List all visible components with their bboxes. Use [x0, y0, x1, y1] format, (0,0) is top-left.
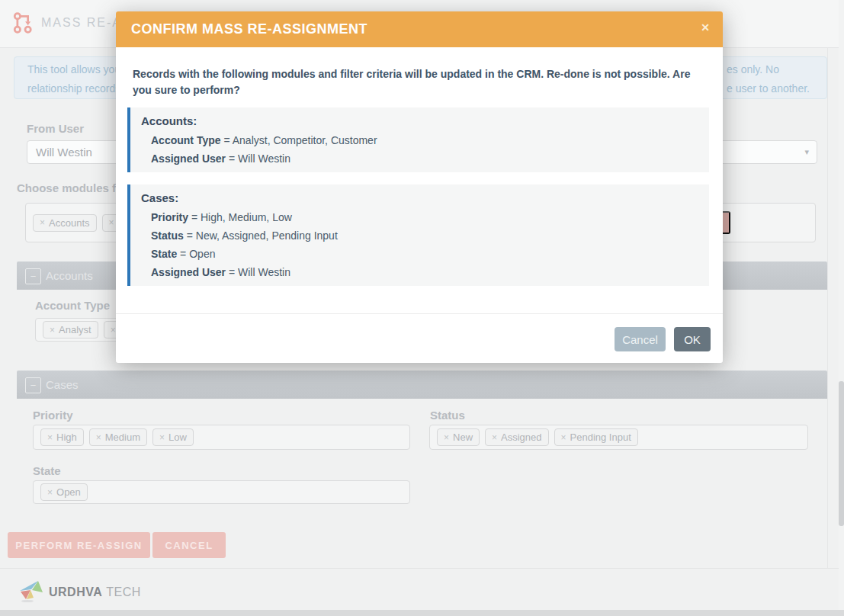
urdhva-tech-logo-icon — [18, 579, 44, 607]
modal-cancel-button[interactable]: Cancel — [615, 327, 666, 351]
brand-name: URDHVA TECH — [49, 586, 141, 599]
remove-tag-icon[interactable]: × — [50, 326, 55, 335]
row-value: Will Westin — [238, 266, 290, 278]
filter-row: Account Type = Analyst, Competitor, Cust… — [151, 131, 698, 149]
mass-reassign-page: MASS RE-ASSIGN This tool allows you to e… — [0, 0, 844, 616]
state-tag: ×Open — [40, 483, 88, 501]
window-bottom-edge — [0, 610, 844, 616]
modal-ok-button[interactable]: OK — [674, 327, 711, 351]
reassign-flow-icon — [12, 11, 35, 37]
section-title: Cases: — [141, 191, 698, 204]
remove-tag-icon[interactable]: × — [159, 433, 165, 442]
row-label: Priority — [151, 211, 188, 223]
status-label: Status — [430, 409, 465, 422]
state-multiselect[interactable]: ×Open — [33, 480, 410, 504]
modal-message: Records with the following modules and f… — [133, 66, 712, 98]
filter-summary-section-accounts: Accounts: Account Type = Analyst, Compet… — [127, 107, 709, 172]
page-cancel-button[interactable]: CANCEL — [152, 532, 226, 558]
from-user-value: Will Westin — [36, 141, 92, 163]
status-tag: ×Pending Input — [554, 428, 638, 446]
remove-tag-icon[interactable]: × — [40, 218, 45, 227]
filter-row: Status = New, Assigned, Pending Input — [151, 226, 698, 245]
info-alert-text: es only. No — [727, 63, 779, 75]
module-tag: ×Accounts — [33, 214, 97, 232]
remove-tag-icon[interactable]: × — [109, 218, 114, 227]
filter-summary-section-cases: Cases: Priority = High, Medium, Low Stat… — [127, 184, 709, 286]
cases-panel-header[interactable]: − Cases — [17, 371, 827, 399]
remove-tag-icon[interactable]: × — [444, 433, 449, 442]
row-value: Open — [189, 248, 215, 260]
row-value: New, Assigned, Pending Input — [196, 229, 338, 242]
collapse-minus-icon[interactable]: − — [25, 268, 41, 284]
account-type-tag: ×Analyst — [43, 321, 98, 338]
row-value: Analyst, Competitor, Customer — [233, 134, 377, 146]
remove-tag-icon[interactable]: × — [96, 433, 101, 442]
priority-tag: ×High — [40, 428, 84, 446]
priority-tag: ×Low — [152, 428, 194, 446]
accounts-panel-title: Accounts — [46, 261, 93, 290]
row-label: Account Type — [151, 134, 221, 146]
perform-reassign-button[interactable]: PERFORM RE-ASSIGN — [8, 532, 150, 558]
remove-tag-icon[interactable]: × — [47, 488, 53, 497]
status-tag: ×New — [437, 428, 480, 446]
row-value: Will Westin — [238, 152, 290, 165]
filter-row: State = Open — [151, 245, 698, 263]
priority-multiselect[interactable]: ×High ×Medium ×Low — [33, 425, 410, 450]
filter-row: Assigned User = Will Westin — [151, 149, 698, 168]
row-label: Status — [151, 229, 184, 242]
remove-tag-icon[interactable]: × — [492, 433, 497, 442]
row-value: High, Medium, Low — [201, 211, 292, 223]
filter-row: Assigned User = Will Westin — [151, 263, 698, 281]
status-tag: ×Assigned — [485, 428, 549, 446]
from-user-label: From User — [27, 122, 84, 135]
scrollbar-thumb[interactable] — [839, 381, 844, 526]
modal-title: CONFIRM MASS RE-ASSIGNMENT — [131, 11, 367, 47]
account-type-label: Account Type — [35, 299, 110, 312]
modal-footer-divider — [116, 313, 723, 314]
chevron-down-icon: ▾ — [804, 141, 809, 163]
row-label: State — [151, 248, 177, 260]
remove-tag-icon[interactable]: × — [111, 326, 116, 335]
footer-divider — [0, 568, 844, 569]
confirm-mass-reassignment-modal: CONFIRM MASS RE-ASSIGNMENT ✕ Records wit… — [116, 11, 723, 363]
info-alert-text: e user to another. — [727, 82, 810, 95]
remove-tag-icon[interactable]: × — [561, 433, 566, 442]
status-multiselect[interactable]: ×New ×Assigned ×Pending Input — [429, 425, 808, 450]
state-label: State — [33, 464, 61, 477]
collapse-minus-icon[interactable]: − — [25, 377, 41, 393]
close-icon[interactable]: ✕ — [701, 22, 710, 33]
priority-label: Priority — [33, 409, 73, 422]
section-title: Accounts: — [141, 114, 698, 127]
row-label: Assigned User — [151, 152, 226, 165]
remove-tag-icon[interactable]: × — [47, 433, 53, 442]
cases-panel-title: Cases — [46, 371, 79, 399]
modal-header: CONFIRM MASS RE-ASSIGNMENT ✕ — [116, 11, 723, 47]
row-label: Assigned User — [151, 266, 226, 278]
filter-row: Priority = High, Medium, Low — [151, 208, 698, 226]
priority-tag: ×Medium — [89, 428, 147, 446]
content-edge — [827, 47, 828, 568]
